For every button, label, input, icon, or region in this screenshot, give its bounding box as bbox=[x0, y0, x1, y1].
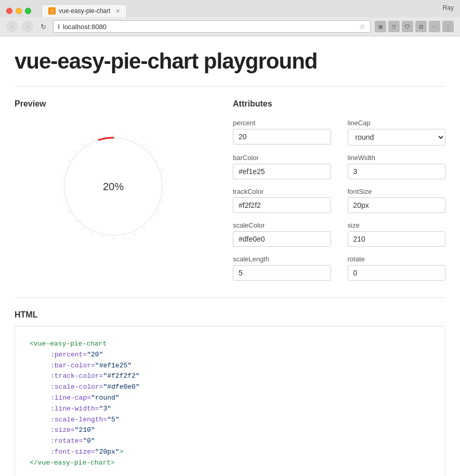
code-attr-fontsize: :font-size= bbox=[50, 448, 95, 456]
code-attr-scalelength: :scale-length= bbox=[50, 416, 107, 424]
attr-scalecolor-label: scaleColor bbox=[233, 221, 331, 229]
ext-button-3[interactable]: 🛡 bbox=[402, 21, 413, 32]
back-button[interactable]: ‹ bbox=[6, 21, 18, 32]
svg-line-19 bbox=[74, 220, 76, 222]
ext-button-2[interactable]: ▽ bbox=[388, 21, 400, 32]
svg-line-2 bbox=[134, 138, 135, 141]
attr-scalecolor-group: scaleColor bbox=[233, 221, 331, 247]
code-attr-linewidth: :line-width= bbox=[50, 405, 99, 413]
attributes-section: Attributes percent lineCap round butt sq… bbox=[233, 99, 445, 281]
maximize-window-button[interactable] bbox=[25, 8, 31, 14]
attr-linecap-select[interactable]: round butt square bbox=[348, 129, 446, 146]
tab-bar: 🥧 vue-easy-pie-chart ✕ bbox=[42, 4, 127, 17]
code-line-size: :size="210" bbox=[50, 425, 430, 436]
code-tag-close-inline: > bbox=[120, 448, 124, 456]
attr-fontsize-group: fontSize bbox=[348, 188, 446, 213]
code-val-linecap: "round" bbox=[91, 394, 120, 402]
forward-button[interactable]: › bbox=[22, 21, 33, 32]
bookmark-icon[interactable]: ☆ bbox=[359, 22, 366, 31]
chart-wrapper: 20% bbox=[15, 119, 212, 254]
svg-line-17 bbox=[92, 233, 93, 235]
code-val-scalelength: "5" bbox=[107, 416, 119, 424]
attr-trackcolor-label: trackColor bbox=[233, 188, 331, 195]
code-line-linewidth: :line-width="3" bbox=[50, 404, 430, 415]
user-label: Ray bbox=[443, 4, 454, 11]
attr-linewidth-label: lineWidth bbox=[348, 154, 446, 162]
preview-label: Preview bbox=[15, 99, 212, 109]
ext-button-1[interactable]: ⊞ bbox=[375, 21, 386, 32]
tab-favicon: 🥧 bbox=[48, 7, 56, 15]
attr-linecap-group: lineCap round butt square bbox=[348, 119, 446, 146]
extensions-bar: ⊞ ▽ 🛡 ⊡ ⋯ ⋮ bbox=[375, 21, 454, 32]
refresh-button[interactable]: ↻ bbox=[37, 21, 49, 32]
attr-linewidth-input[interactable] bbox=[348, 164, 446, 179]
address-field[interactable]: ℹ localhost:8080 ☆ bbox=[53, 20, 371, 33]
svg-line-20 bbox=[68, 212, 70, 214]
attributes-label: Attributes bbox=[233, 99, 445, 109]
attr-scalelength-group: scaleLength bbox=[233, 255, 331, 281]
svg-line-25 bbox=[68, 160, 70, 162]
attr-size-input[interactable] bbox=[348, 231, 446, 247]
svg-line-26 bbox=[74, 151, 76, 153]
attr-fontsize-input[interactable] bbox=[348, 197, 446, 213]
attr-scalelength-label: scaleLength bbox=[233, 255, 331, 263]
svg-line-3 bbox=[143, 143, 144, 146]
code-attr-linecap: :line-cap= bbox=[50, 394, 91, 402]
svg-line-21 bbox=[63, 202, 65, 203]
svg-line-11 bbox=[151, 220, 153, 222]
svg-line-27 bbox=[82, 143, 84, 146]
code-close-tag: </vue-easy-pie-chart> bbox=[30, 459, 115, 467]
svg-line-23 bbox=[61, 181, 63, 181]
code-attr-size: :size= bbox=[50, 426, 75, 434]
attr-barcolor-label: barColor bbox=[233, 154, 331, 162]
svg-line-24 bbox=[63, 170, 65, 171]
code-line-scalelength: :scale-length="5" bbox=[50, 415, 430, 426]
svg-line-29 bbox=[102, 135, 103, 137]
code-line-linecap: :line-cap="round" bbox=[50, 393, 430, 404]
code-attr-percent: :percent= bbox=[50, 351, 87, 359]
url-text: localhost:8080 bbox=[63, 23, 356, 31]
tab-title: vue-easy-pie-chart bbox=[59, 7, 110, 15]
code-val-rotate: "0" bbox=[83, 437, 95, 445]
minimize-window-button[interactable] bbox=[16, 8, 22, 14]
svg-line-22 bbox=[61, 192, 63, 192]
code-val-size: "210" bbox=[75, 426, 95, 434]
menu-button[interactable]: ⋮ bbox=[442, 21, 454, 32]
code-attr-trackcolor: :track-color= bbox=[50, 372, 103, 380]
attr-scalelength-input[interactable] bbox=[233, 265, 331, 281]
attr-fontsize-label: fontSize bbox=[348, 188, 446, 195]
attr-barcolor-group: barColor bbox=[233, 154, 331, 179]
attr-trackcolor-group: trackColor bbox=[233, 188, 331, 213]
security-icon: ℹ bbox=[58, 23, 60, 30]
attr-barcolor-input[interactable] bbox=[233, 164, 331, 179]
attr-percent-label: percent bbox=[233, 119, 331, 127]
svg-line-6 bbox=[161, 170, 164, 171]
svg-line-12 bbox=[143, 227, 144, 229]
code-open-tag: <vue-easy-pie-chart bbox=[30, 340, 107, 348]
attr-percent-input[interactable] bbox=[233, 129, 331, 144]
attr-size-label: size bbox=[348, 221, 446, 229]
ext-button-4[interactable]: ⊡ bbox=[415, 21, 427, 32]
svg-line-18 bbox=[82, 227, 84, 229]
attributes-grid: percent lineCap round butt square barCol… bbox=[233, 119, 445, 281]
active-tab[interactable]: 🥧 vue-easy-pie-chart ✕ bbox=[42, 4, 127, 17]
divider-top bbox=[15, 86, 445, 87]
svg-line-10 bbox=[157, 212, 159, 214]
code-line-barcolor: :bar-color="#ef1e25" bbox=[50, 361, 430, 372]
svg-line-16 bbox=[102, 236, 103, 239]
code-val-linewidth: "3" bbox=[99, 405, 111, 413]
attr-linewidth-group: lineWidth bbox=[348, 154, 446, 179]
page-content: vue-easy-pie-chart playground Preview bbox=[0, 36, 460, 476]
traffic-lights bbox=[6, 8, 31, 14]
attr-scalecolor-input[interactable] bbox=[233, 231, 331, 247]
preview-section: Preview bbox=[15, 99, 212, 281]
code-val-barcolor: "#ef1e25" bbox=[95, 362, 132, 369]
code-line-trackcolor: :track-color="#f2f2f2" bbox=[50, 371, 430, 382]
attr-trackcolor-input[interactable] bbox=[233, 197, 331, 213]
attr-rotate-input[interactable] bbox=[348, 265, 446, 281]
code-line-rotate: :rotate="0" bbox=[50, 436, 430, 447]
close-window-button[interactable] bbox=[6, 8, 12, 14]
address-bar: ‹ › ↻ ℹ localhost:8080 ☆ ⊞ ▽ 🛡 ⊡ ⋯ ⋮ bbox=[0, 17, 460, 36]
tab-close-button[interactable]: ✕ bbox=[115, 8, 120, 15]
ext-button-5[interactable]: ⋯ bbox=[429, 21, 440, 32]
